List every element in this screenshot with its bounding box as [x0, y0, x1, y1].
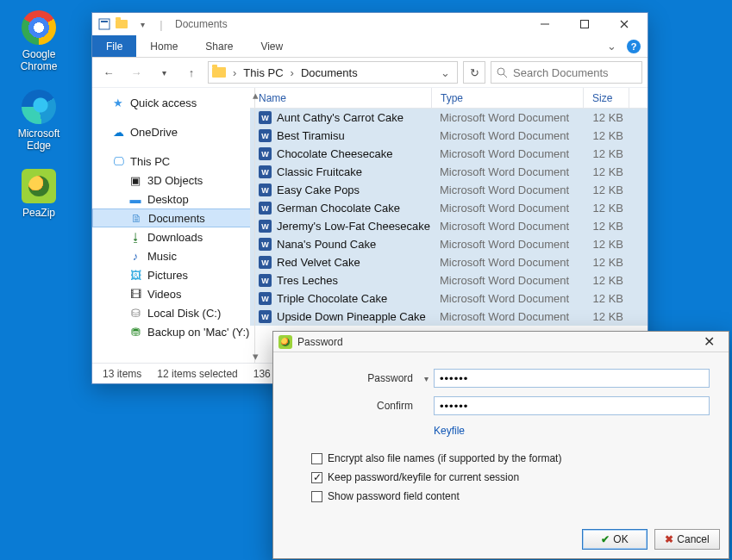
cancel-button[interactable]: ✖Cancel: [654, 529, 720, 550]
nav-scrollbar[interactable]: ▴ ▾: [254, 88, 255, 363]
back-button[interactable]: ←: [97, 61, 120, 84]
help-icon[interactable]: ?: [627, 40, 641, 53]
music-icon: ♪: [128, 249, 142, 263]
file-type: Microsoft Word Document: [431, 202, 582, 215]
table-row[interactable]: WGerman Chocolate CakeMicrosoft Word Doc…: [250, 199, 648, 217]
chrome-icon: [22, 10, 56, 45]
svg-rect-3: [581, 21, 589, 28]
checkbox-icon: [311, 453, 322, 464]
ok-button[interactable]: ✔OK: [582, 529, 648, 550]
nav-this-pc[interactable]: 🖵This PC: [92, 152, 254, 171]
chevron-right-icon[interactable]: ›: [233, 66, 236, 79]
nav-desktop[interactable]: ▬Desktop: [92, 190, 254, 208]
column-size[interactable]: Size: [584, 92, 629, 104]
password-mode-icon[interactable]: ▾: [422, 374, 430, 383]
peazip-icon: [22, 169, 56, 203]
file-name: German Chocolate Cake: [277, 202, 400, 215]
svg-point-4: [497, 68, 504, 75]
file-type: Microsoft Word Document: [431, 129, 582, 142]
titlebar[interactable]: ▾ | Documents: [92, 13, 648, 35]
word-icon: W: [259, 111, 272, 124]
desktop-icon-chrome[interactable]: Google Chrome: [7, 10, 71, 72]
nav-quick-access[interactable]: ★Quick access: [92, 93, 254, 112]
nav-downloads[interactable]: ⭳Downloads: [92, 227, 254, 246]
address-dropdown-icon[interactable]: ⌄: [437, 66, 454, 79]
desktop-icon-label: Microsoft Edge: [7, 128, 71, 152]
word-icon: W: [259, 256, 272, 269]
check-encrypt-names[interactable]: Encrypt also file names (if supported by…: [311, 449, 710, 468]
nav-backup-drive[interactable]: ⛃Backup on 'Mac' (Y:): [92, 322, 254, 341]
table-row[interactable]: WTres LechesMicrosoft Word Document12 KB: [250, 271, 648, 289]
nav-onedrive[interactable]: ☁OneDrive: [92, 122, 254, 141]
search-input[interactable]: Search Documents: [491, 61, 642, 84]
file-type: Microsoft Word Document: [431, 238, 582, 251]
tab-home[interactable]: Home: [136, 35, 191, 57]
status-selected: 12 items selected: [157, 368, 237, 380]
table-row[interactable]: WClassic FruitcakeMicrosoft Word Documen…: [250, 163, 648, 181]
checkbox-icon: [311, 491, 322, 502]
file-size: 12 KB: [582, 256, 627, 269]
word-icon: W: [259, 129, 272, 142]
qat-dropdown-icon[interactable]: ▾: [134, 16, 151, 33]
file-name: Nana's Pound Cake: [277, 238, 376, 251]
close-button[interactable]: [604, 13, 644, 35]
nav-music[interactable]: ♪Music: [92, 246, 254, 265]
file-type: Microsoft Word Document: [431, 256, 582, 269]
download-icon: ⭳: [128, 230, 142, 244]
breadcrumb-part[interactable]: Documents: [297, 66, 361, 79]
nav-documents[interactable]: 🗎Documents: [92, 208, 254, 227]
column-type[interactable]: Type: [432, 92, 583, 104]
table-row[interactable]: WAunt Cathy's Carrot CakeMicrosoft Word …: [250, 109, 648, 127]
nav-3d-objects[interactable]: ▣3D Objects: [92, 171, 254, 190]
chevron-right-icon[interactable]: ›: [291, 66, 294, 79]
check-keep-session[interactable]: ✓ Keep password/keyfile for current sess…: [311, 468, 710, 487]
forward-button[interactable]: →: [125, 61, 147, 84]
minimize-button[interactable]: [525, 13, 565, 35]
ribbon-collapse-icon[interactable]: ⌄: [607, 40, 616, 53]
table-row[interactable]: WNana's Pound CakeMicrosoft Word Documen…: [250, 235, 648, 253]
breadcrumb-part[interactable]: This PC: [240, 66, 286, 79]
picture-icon: 🖼: [128, 268, 142, 282]
column-name[interactable]: Name: [250, 92, 431, 104]
maximize-button[interactable]: [565, 13, 604, 35]
file-size: 12 KB: [582, 292, 627, 305]
password-field[interactable]: [434, 369, 710, 388]
check-show-password[interactable]: Show password field content: [311, 487, 710, 506]
confirm-field[interactable]: [434, 396, 710, 415]
file-explorer-window: ▾ | Documents File Home Share View ⌄ ? ←…: [91, 12, 648, 384]
table-row[interactable]: WTriple Chocolate CakeMicrosoft Word Doc…: [250, 289, 648, 308]
recent-locations-icon[interactable]: ▾: [153, 61, 175, 84]
nav-local-disk[interactable]: ⛁Local Disk (C:): [92, 303, 254, 322]
dialog-close-button[interactable]: ✕: [694, 333, 723, 350]
word-icon: W: [259, 310, 272, 323]
qat-properties-icon[interactable]: [96, 16, 113, 33]
refresh-button[interactable]: ↻: [463, 61, 485, 84]
nav-videos[interactable]: 🎞Videos: [92, 284, 254, 303]
tab-view[interactable]: View: [247, 35, 297, 57]
document-icon: 🗎: [129, 211, 143, 225]
table-row[interactable]: WRed Velvet CakeMicrosoft Word Document1…: [250, 253, 648, 271]
table-row[interactable]: WChocolate CheesecakeMicrosoft Word Docu…: [250, 145, 648, 163]
dialog-titlebar[interactable]: Password ✕: [273, 332, 729, 352]
svg-rect-0: [99, 19, 109, 29]
column-headers[interactable]: Name Type Size: [250, 88, 648, 109]
tab-share[interactable]: Share: [191, 35, 247, 57]
file-size: 12 KB: [582, 202, 627, 215]
network-drive-icon: ⛃: [128, 325, 142, 339]
file-name: Upside Down Pineapple Cake: [277, 310, 426, 323]
table-row[interactable]: WUpside Down Pineapple CakeMicrosoft Wor…: [250, 308, 648, 326]
keyfile-link[interactable]: Keyfile: [434, 421, 710, 449]
table-row[interactable]: WBest TiramisuMicrosoft Word Document12 …: [250, 127, 648, 145]
address-bar[interactable]: › This PC › Documents ⌄: [208, 61, 458, 84]
table-row[interactable]: WEasy Cake PopsMicrosoft Word Document12…: [250, 181, 648, 199]
desktop-icon-label: Google Chrome: [7, 48, 71, 72]
desktop-icon-edge[interactable]: Microsoft Edge: [7, 90, 71, 152]
folder-icon: [212, 67, 226, 78]
up-button[interactable]: ↑: [180, 61, 203, 84]
password-label: Password: [292, 372, 422, 384]
table-row[interactable]: WJeremy's Low-Fat CheesecakeMicrosoft Wo…: [250, 217, 648, 235]
nav-pictures[interactable]: 🖼Pictures: [92, 265, 254, 284]
qat-newfolder-icon[interactable]: [115, 16, 132, 33]
desktop-icon-peazip[interactable]: PeaZip: [7, 169, 71, 219]
tab-file[interactable]: File: [92, 35, 136, 57]
